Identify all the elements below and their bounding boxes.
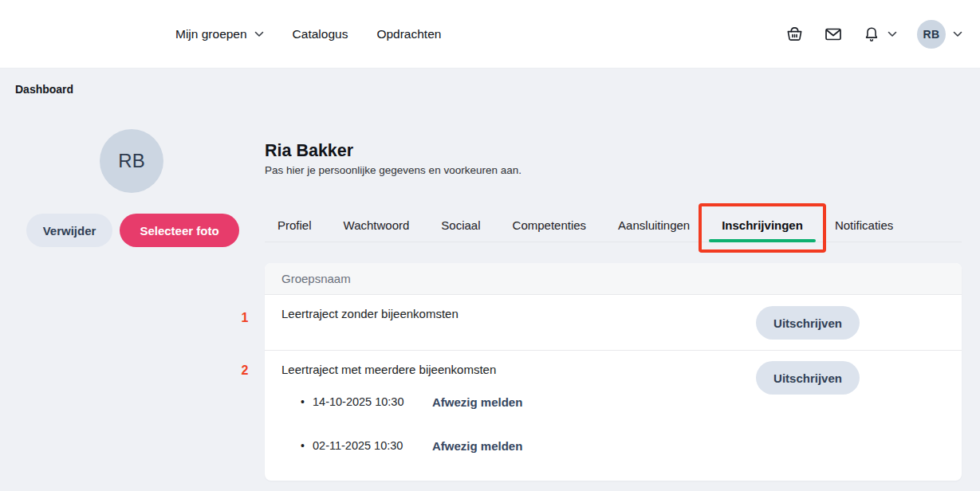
mail-button[interactable] (824, 25, 843, 44)
nav-item-opdrachten[interactable]: Opdrachten (376, 27, 441, 41)
annotation-number-1: 1 (238, 312, 251, 324)
avatar-initials: RB (923, 28, 940, 41)
table-row: Leertraject zonder bijeenkomsten Uitschr… (265, 295, 962, 351)
user-menu[interactable]: RB (917, 20, 962, 49)
profile-avatar: RB (100, 129, 163, 193)
unsubscribe-button[interactable]: Uitschrijven (756, 306, 860, 340)
nav-item-label: Mijn groepen (175, 27, 247, 41)
nav-item-label: Catalogus (293, 27, 348, 41)
page-title: Ria Bakker (265, 141, 353, 161)
breadcrumb[interactable]: Dashboard (15, 83, 73, 96)
session-datetime: 14-10-2025 10:30 (313, 395, 432, 408)
tab-label: Notificaties (835, 218, 893, 232)
nav-item-catalogus[interactable]: Catalogus (293, 27, 348, 41)
table-row: Leertraject met meerdere bijeenkomsten U… (265, 351, 962, 480)
report-absent-link[interactable]: Afwezig melden (432, 395, 522, 409)
group-name: Leertraject met meerdere bijeenkomsten (281, 363, 496, 376)
chevron-down-icon (254, 31, 264, 37)
delete-photo-button[interactable]: Verwijder (26, 214, 112, 247)
mail-icon (824, 25, 843, 44)
tab-sociaal[interactable]: Sociaal (428, 209, 493, 242)
annotation-number-2: 2 (238, 364, 251, 377)
bell-icon (863, 26, 880, 43)
session-item: • 02-11-2025 10:30 Afwezig melden (301, 438, 522, 454)
tab-label: Competenties (513, 218, 587, 232)
bullet-icon: • (301, 439, 313, 452)
tab-competenties[interactable]: Competenties (500, 209, 600, 242)
column-header-groepsnaam: Groepsnaam (281, 272, 351, 285)
tab-aansluitingen[interactable]: Aansluitingen (605, 209, 703, 242)
navbar-actions: RB (785, 0, 962, 68)
enrollments-card: Groepsnaam Leertraject zonder bijeenkoms… (265, 263, 962, 481)
tab-label: Wachtwoord (344, 218, 410, 232)
session-list: • 14-10-2025 10:30 Afwezig melden • 02-1… (301, 394, 522, 481)
tab-wachtwoord[interactable]: Wachtwoord (331, 209, 423, 242)
tab-label: Aansluitingen (618, 218, 690, 232)
basket-button[interactable] (785, 25, 804, 43)
session-datetime: 02-11-2025 10:30 (313, 439, 432, 452)
bullet-icon: • (301, 395, 313, 408)
profile-avatar-initials: RB (118, 150, 144, 172)
tab-notificaties[interactable]: Notificaties (822, 209, 906, 242)
main-nav: Mijn groepen Catalogus Opdrachten (175, 0, 441, 68)
nav-item-label: Opdrachten (376, 27, 441, 41)
table-header: Groepsnaam (265, 263, 962, 295)
active-tab-underline (709, 239, 816, 242)
page-subtitle: Pas hier je persoonlijke gegevens en voo… (265, 164, 521, 176)
profile-tabs: Profiel Wachtwoord Sociaal Competenties … (265, 209, 962, 242)
tab-inschrijvingen[interactable]: Inschrijvingen (709, 209, 816, 242)
notifications-menu[interactable] (863, 26, 897, 43)
tab-label: Inschrijvingen (722, 218, 803, 232)
tab-label: Profiel (277, 218, 312, 232)
select-photo-button[interactable]: Selecteer foto (120, 214, 239, 247)
chevron-down-icon (888, 31, 897, 37)
tab-profiel[interactable]: Profiel (265, 209, 325, 242)
unsubscribe-button[interactable]: Uitschrijven (756, 361, 860, 395)
avatar: RB (917, 20, 946, 49)
tab-label: Sociaal (441, 218, 480, 232)
group-name: Leertraject zonder bijeenkomsten (281, 307, 459, 320)
report-absent-link[interactable]: Afwezig melden (432, 439, 522, 453)
nav-item-mijn-groepen[interactable]: Mijn groepen (175, 27, 264, 41)
basket-icon (785, 25, 804, 43)
top-navbar: Mijn groepen Catalogus Opdrachten (0, 0, 980, 69)
chevron-down-icon (953, 31, 962, 37)
session-item: • 14-10-2025 10:30 Afwezig melden (301, 394, 522, 410)
